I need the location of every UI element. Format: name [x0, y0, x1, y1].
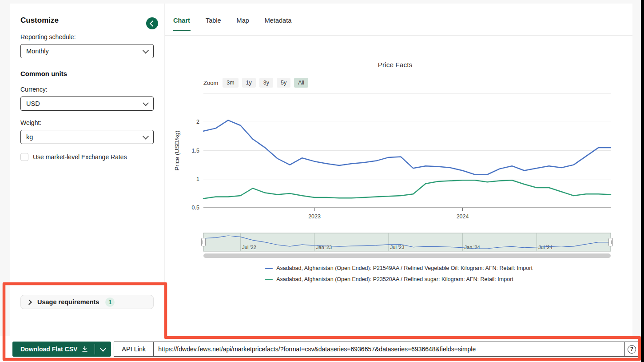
usage-requirements-badge: 1	[105, 298, 115, 307]
screen-edge-strip	[641, 0, 644, 362]
navigator-handle[interactable]	[609, 238, 613, 246]
currency-value: USD	[26, 100, 40, 107]
y-tick-label: 0.5	[192, 205, 199, 211]
zoom-3m-button[interactable]: 3m	[223, 78, 238, 88]
reporting-schedule-value: Monthly	[26, 48, 49, 55]
usage-requirements-label: Usage requirements	[37, 298, 99, 306]
legend-item-refined-sugar[interactable]: Asadabad, Afghanistan (Open Ended): P235…	[265, 276, 533, 282]
y-axis-title: Price (USD/kg)	[174, 130, 180, 170]
legend-marker-blue	[265, 268, 273, 269]
navigator-tick-label: Jul '23	[390, 245, 404, 250]
zoom-1y-button[interactable]: 1y	[242, 78, 256, 88]
help-icon: ?	[628, 345, 636, 354]
zoom-label: Zoom	[203, 80, 218, 86]
x-tick-label: 2024	[457, 213, 469, 220]
collapse-panel-button[interactable]	[146, 17, 158, 29]
weight-value: kg	[26, 133, 33, 141]
navigator-tick-label: Jul '22	[242, 245, 256, 250]
tab-chart[interactable]: Chart	[173, 17, 191, 31]
zoom-5y-button[interactable]: 5y	[277, 78, 290, 88]
reporting-schedule-select[interactable]: Monthly	[20, 44, 154, 58]
y-tick-label: 1.5	[192, 148, 199, 154]
chevron-down-icon	[143, 48, 149, 54]
chart-panel: Chart Table Map Metadata Price Facts Zoo…	[165, 4, 632, 336]
legend-text: Asadabad, Afghanistan (Open Ended): P235…	[276, 276, 513, 282]
zoom-3y-button[interactable]: 3y	[259, 78, 273, 88]
y-tick-label: 1	[196, 176, 199, 182]
navigator-tick-label: Jul '24	[538, 245, 552, 250]
legend-marker-green	[265, 279, 273, 280]
navigator-tick-label: Jan '24	[465, 245, 480, 250]
weight-label: Weight:	[20, 119, 154, 126]
tab-bar: Chart Table Map Metadata	[173, 17, 292, 31]
tab-divider	[165, 35, 632, 36]
series-line[interactable]	[203, 180, 611, 198]
reporting-schedule-label: Reporting schedule:	[20, 33, 154, 40]
exchange-rates-row: Use market-level Exchange Rates	[20, 153, 154, 161]
exchange-rates-label: Use market-level Exchange Rates	[33, 153, 127, 161]
download-icon	[81, 346, 88, 353]
legend-item-vegetable-oil[interactable]: Asadabad, Afghanistan (Open Ended): P215…	[265, 265, 533, 271]
series-line[interactable]	[203, 120, 611, 174]
zoom-all-button[interactable]: All	[294, 78, 308, 88]
navigator-handle[interactable]	[202, 238, 206, 246]
currency-label: Currency:	[20, 86, 154, 93]
chart-legend: Asadabad, Afghanistan (Open Ended): P215…	[165, 265, 632, 282]
tab-metadata[interactable]: Metadata	[264, 17, 292, 31]
help-button[interactable]: ?	[624, 342, 638, 356]
tab-table[interactable]: Table	[205, 17, 222, 31]
y-tick-label: 2	[196, 119, 199, 125]
navigator-scrollbar[interactable]	[203, 253, 611, 258]
chevron-down-icon	[100, 346, 106, 352]
price-chart: 0.511.52Price (USD/kg)20232024Jul '22Jan…	[165, 91, 632, 261]
download-flat-csv-label: Download Flat CSV	[20, 346, 77, 353]
download-flat-csv-button[interactable]: Download Flat CSV	[12, 342, 95, 357]
chevron-right-icon	[26, 299, 32, 305]
zoom-controls: Zoom 3m 1y 3y 5y All	[203, 78, 308, 88]
currency-select[interactable]: USD	[20, 97, 154, 111]
common-units-heading: Common units	[20, 70, 154, 77]
api-url-input[interactable]	[154, 342, 624, 356]
legend-text: Asadabad, Afghanistan (Open Ended): P215…	[276, 265, 533, 271]
tab-map[interactable]: Map	[236, 17, 250, 31]
download-split-button: Download Flat CSV	[12, 342, 111, 357]
exchange-rates-checkbox[interactable]	[20, 153, 28, 161]
panel-title: Customize	[20, 16, 154, 25]
footer-bar: Download Flat CSV API Link ?	[12, 342, 639, 357]
chevron-down-icon	[143, 100, 149, 106]
api-link-box: API Link ?	[114, 342, 639, 357]
x-tick-label: 2023	[308, 213, 321, 220]
customize-panel: Customize Reporting schedule: Monthly Co…	[10, 4, 165, 338]
download-options-button[interactable]	[95, 342, 111, 357]
chevron-down-icon	[143, 133, 149, 140]
chart-title: Price Facts	[165, 61, 625, 69]
weight-select[interactable]: kg	[20, 130, 154, 144]
chevron-left-icon	[150, 20, 156, 26]
usage-requirements-expander[interactable]: Usage requirements 1	[20, 295, 154, 309]
api-link-label: API Link	[114, 342, 154, 356]
